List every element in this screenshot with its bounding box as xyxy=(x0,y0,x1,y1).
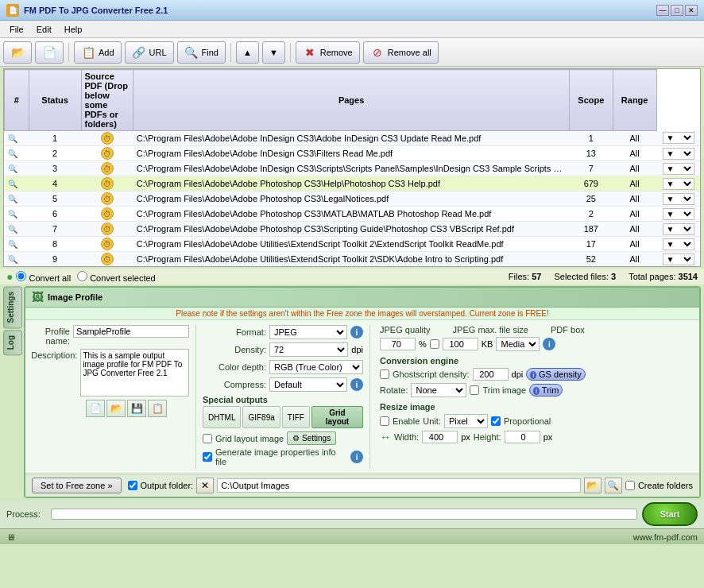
new-profile-button[interactable]: 📄 xyxy=(86,400,105,417)
output-enable-checkbox[interactable] xyxy=(128,481,137,490)
trim-button[interactable]: i Trim xyxy=(529,384,563,397)
tab-gif89a[interactable]: GIF89a xyxy=(242,406,280,428)
sidebar-tab-settings[interactable]: Settings xyxy=(3,286,22,328)
trim-info-icon: i xyxy=(533,387,540,395)
remove-button[interactable]: ✖ Remove xyxy=(296,41,360,64)
range-select[interactable]: ▼ xyxy=(663,193,694,205)
sidebar-tab-log[interactable]: Log xyxy=(3,330,22,355)
maximize-button[interactable]: □ xyxy=(671,5,683,16)
range-select[interactable]: ▼ xyxy=(663,223,694,235)
range-select[interactable]: ▼ xyxy=(663,163,694,175)
row-range[interactable]: ▼ xyxy=(656,176,700,191)
proportional-checkbox[interactable] xyxy=(491,416,501,426)
range-select[interactable]: ▼ xyxy=(663,132,694,144)
row-range[interactable]: ▼ xyxy=(656,191,700,207)
move-up-icon: ▲ xyxy=(243,48,252,57)
range-select[interactable]: ▼ xyxy=(663,148,694,160)
minimize-button[interactable]: — xyxy=(656,5,669,16)
color-select[interactable]: RGB (True Color) xyxy=(269,360,363,374)
free-zone-button[interactable]: Set to Free zone » xyxy=(32,478,122,493)
compress-select[interactable]: Default xyxy=(269,377,347,392)
jpeg-quality-checkbox[interactable] xyxy=(430,339,439,349)
jpeg-quality-input[interactable] xyxy=(380,338,416,350)
convert-selected-radio[interactable] xyxy=(77,271,87,281)
clear-output-button[interactable]: ✕ xyxy=(196,478,214,493)
browse-output-button[interactable]: 📂 xyxy=(584,478,601,493)
tab-tiff[interactable]: TIFF xyxy=(282,406,310,428)
format-info-button[interactable]: i xyxy=(350,326,363,338)
pdf-box-select[interactable]: Media xyxy=(496,337,540,351)
find-button[interactable]: 🔍 Find xyxy=(177,41,226,64)
table-row[interactable]: 🔍2⏱C:\Program Files\Adobe\Adobe InDesign… xyxy=(5,146,701,161)
range-select[interactable]: ▼ xyxy=(663,178,694,190)
tab-dhtml[interactable]: DHTML xyxy=(203,406,241,428)
output-path-input[interactable] xyxy=(217,478,581,493)
open-button[interactable]: 📂 xyxy=(3,41,32,64)
convert-selected-label[interactable]: Convert selected xyxy=(77,271,156,283)
ghostscript-density-input[interactable] xyxy=(473,368,509,381)
url-button[interactable]: 🔗 URL xyxy=(125,41,174,64)
table-row[interactable]: 🔍9⏱C:\Program Files\Adobe\Adobe Utilitie… xyxy=(5,252,701,267)
compress-info-button[interactable]: i xyxy=(350,378,363,391)
row-range[interactable]: ▼ xyxy=(656,131,700,146)
close-button[interactable]: ✕ xyxy=(685,5,698,16)
saveas-profile-button[interactable]: 📋 xyxy=(148,400,167,417)
settings-button[interactable]: ⚙ Settings xyxy=(287,431,336,445)
jpeg-max-input[interactable] xyxy=(443,338,478,350)
menu-edit[interactable]: Edit xyxy=(30,23,58,36)
convert-button[interactable]: 📄 xyxy=(35,41,64,64)
table-row[interactable]: 🔍4⏱C:\Program Files\Adobe\Adobe Photosho… xyxy=(5,176,701,191)
row-range[interactable]: ▼ xyxy=(656,161,700,176)
row-range[interactable]: ▼ xyxy=(656,222,700,237)
profile-desc-textarea[interactable]: This is a sample output image profile fo… xyxy=(80,349,189,397)
range-select[interactable]: ▼ xyxy=(663,253,694,265)
clock-icon: ⏱ xyxy=(101,238,114,250)
row-range[interactable]: ▼ xyxy=(656,267,700,268)
unit-select[interactable]: Pixel xyxy=(444,414,488,428)
profile-name-input[interactable] xyxy=(73,325,189,338)
convert-all-label[interactable]: Convert all xyxy=(16,271,71,283)
row-range[interactable]: ▼ xyxy=(656,252,700,267)
col-header-pages: Pages xyxy=(133,70,570,131)
row-range[interactable]: ▼ xyxy=(656,146,700,161)
menu-file[interactable]: File xyxy=(3,23,30,36)
add-button[interactable]: 📋 Add xyxy=(74,41,122,64)
ghostscript-checkbox[interactable] xyxy=(380,369,389,379)
height-input[interactable] xyxy=(505,431,540,443)
rotate-select[interactable]: None xyxy=(411,383,466,397)
gen-props-checkbox[interactable] xyxy=(203,452,212,462)
find-output-button[interactable]: 🔍 xyxy=(605,478,622,493)
gs-density-button[interactable]: i GS density xyxy=(526,368,586,381)
gen-props-info-button[interactable]: i xyxy=(350,451,363,463)
profile-tab-label[interactable]: Image Profile xyxy=(48,292,103,302)
table-row[interactable]: 🔍7⏱C:\Program Files\Adobe\Adobe Photosho… xyxy=(5,222,701,237)
tab-grid-layout[interactable]: Grid layout xyxy=(311,406,363,428)
create-folders-checkbox[interactable] xyxy=(625,481,635,490)
move-up-button[interactable]: ▲ xyxy=(236,41,259,64)
enable-resize-checkbox[interactable] xyxy=(380,416,389,426)
trim-checkbox[interactable] xyxy=(470,385,479,395)
range-select[interactable]: ▼ xyxy=(663,208,694,220)
save-profile-button[interactable]: 💾 xyxy=(127,400,146,417)
width-input[interactable] xyxy=(422,431,458,443)
table-row[interactable]: 🔍5⏱C:\Program Files\Adobe\Adobe Photosho… xyxy=(5,191,701,207)
table-row[interactable]: 🔍3⏱C:\Program Files\Adobe\Adobe InDesign… xyxy=(5,161,701,176)
format-select[interactable]: JPEG xyxy=(269,325,347,339)
grid-layout-image-checkbox[interactable] xyxy=(203,434,212,443)
separator-3 xyxy=(290,43,291,62)
convert-all-radio[interactable] xyxy=(16,271,26,281)
density-select[interactable]: 72 xyxy=(269,342,348,357)
row-range[interactable]: ▼ xyxy=(656,207,700,222)
open-profile-button[interactable]: 📂 xyxy=(106,400,126,417)
table-row[interactable]: 🔍1⏱C:\Program Files\Adobe\Adobe InDesign… xyxy=(5,131,701,146)
table-row[interactable]: 🔍6⏱C:\Program Files\Adobe\Adobe Photosho… xyxy=(5,207,701,222)
remove-all-button[interactable]: ⊘ Remove all xyxy=(363,41,439,64)
menu-help[interactable]: Help xyxy=(58,23,89,36)
pdf-box-info-button[interactable]: i xyxy=(543,338,555,350)
start-button[interactable]: Start xyxy=(642,502,698,526)
range-select[interactable]: ▼ xyxy=(663,238,694,250)
table-row[interactable]: 🔍8⏱C:\Program Files\Adobe\Adobe Utilitie… xyxy=(5,237,701,252)
move-down-button[interactable]: ▼ xyxy=(262,41,285,64)
table-row[interactable]: 🔍10🌐http://www.fm-pdf.com/examples/catal… xyxy=(5,267,701,268)
row-range[interactable]: ▼ xyxy=(656,237,700,252)
